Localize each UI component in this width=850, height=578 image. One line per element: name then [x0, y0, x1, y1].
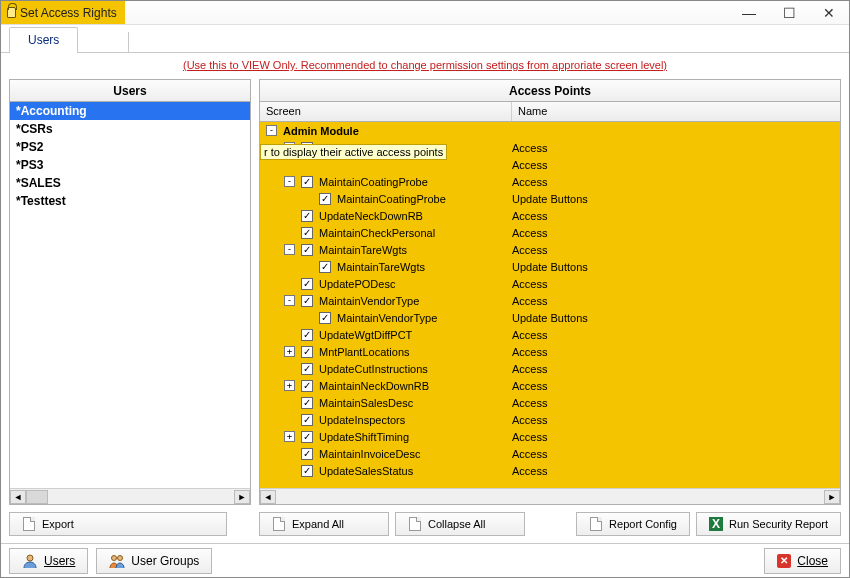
checkbox[interactable]: ✓: [301, 465, 313, 477]
checkbox[interactable]: ✓: [301, 346, 313, 358]
tree-hscroll[interactable]: ◄ ►: [260, 488, 840, 504]
tab-users[interactable]: Users: [9, 27, 78, 53]
users-list-item[interactable]: *PS3: [10, 156, 250, 174]
tree-label: MaintainCoatingProbe: [337, 193, 446, 205]
tree-row[interactable]: ✓MaintainCoatingProbeUpdate Buttons: [260, 190, 840, 207]
scroll-right-icon[interactable]: ►: [824, 490, 840, 504]
tree-label: UpdateInspectors: [319, 414, 405, 426]
footer-users-button[interactable]: Users: [9, 548, 88, 574]
tree-row[interactable]: ✓UpdateWgtDiffPCTAccess: [260, 326, 840, 343]
titlebar: Set Access Rights — ☐ ✕: [1, 1, 849, 25]
scroll-left-icon[interactable]: ◄: [10, 490, 26, 504]
checkbox[interactable]: ✓: [301, 414, 313, 426]
report-config-button[interactable]: Report Config: [576, 512, 690, 536]
tree-row[interactable]: ✓UpdateCutInstructionsAccess: [260, 360, 840, 377]
excel-icon: X: [709, 517, 723, 531]
export-icon: [22, 517, 36, 531]
users-list-item[interactable]: *Testtest: [10, 192, 250, 210]
collapse-icon[interactable]: -: [284, 176, 295, 187]
tree-row[interactable]: +✓UpdateShiftTimingAccess: [260, 428, 840, 445]
users-list-item[interactable]: *PS2: [10, 138, 250, 156]
checkbox[interactable]: ✓: [301, 329, 313, 341]
window: Set Access Rights — ☐ ✕ Users (Use this …: [0, 0, 850, 578]
tree-row[interactable]: +✓MaintainNeckDownRBAccess: [260, 377, 840, 394]
tree-row[interactable]: -Admin Module: [260, 122, 840, 139]
users-icon: [22, 553, 38, 569]
tree-row[interactable]: -✓MaintainTareWgtsAccess: [260, 241, 840, 258]
close-icon: ✕: [777, 554, 791, 568]
tree-label: MntPlantLocations: [319, 346, 410, 358]
checkbox[interactable]: ✓: [319, 193, 331, 205]
footer-user-groups-button[interactable]: User Groups: [96, 548, 212, 574]
tree-value: Access: [512, 244, 547, 256]
scroll-left-icon[interactable]: ◄: [260, 490, 276, 504]
tree-value: Access: [512, 465, 547, 477]
window-title: Set Access Rights: [20, 6, 117, 20]
column-name[interactable]: Name: [512, 102, 840, 121]
collapse-icon[interactable]: -: [284, 295, 295, 306]
collapse-icon: [408, 517, 422, 531]
tree-value: Access: [512, 431, 547, 443]
tree-value: Access: [512, 329, 547, 341]
tree-label: UpdateShiftTiming: [319, 431, 409, 443]
checkbox[interactable]: ✓: [301, 278, 313, 290]
tree-value: Access: [512, 346, 547, 358]
checkbox[interactable]: ✓: [301, 176, 313, 188]
tree-row[interactable]: ✓UpdateInspectorsAccess: [260, 411, 840, 428]
tree-row[interactable]: -✓MaintainVendorTypeAccess: [260, 292, 840, 309]
svg-point-1: [112, 555, 117, 560]
expand-icon: [272, 517, 286, 531]
close-window-button[interactable]: ✕: [809, 1, 849, 24]
checkbox[interactable]: ✓: [301, 210, 313, 222]
checkbox[interactable]: ✓: [319, 312, 331, 324]
access-tree[interactable]: -Admin Module+✓MaintainInspectorsAccessA…: [260, 122, 840, 488]
tree-row[interactable]: ✓UpdateSalesStatusAccess: [260, 462, 840, 479]
checkbox[interactable]: ✓: [301, 227, 313, 239]
expand-icon[interactable]: +: [284, 380, 295, 391]
tree-value: Access: [512, 397, 547, 409]
checkbox[interactable]: ✓: [301, 380, 313, 392]
users-list-item[interactable]: *CSRs: [10, 120, 250, 138]
users-list[interactable]: *Accounting*CSRs*PS2*PS3*SALES*Testtest: [10, 102, 250, 488]
tree-row[interactable]: ✓UpdatePODescAccess: [260, 275, 840, 292]
tree-row[interactable]: ✓MaintainTareWgtsUpdate Buttons: [260, 258, 840, 275]
run-security-report-button[interactable]: X Run Security Report: [696, 512, 841, 536]
tree-row[interactable]: ✓MaintainCheckPersonalAccess: [260, 224, 840, 241]
view-only-hint: (Use this to VIEW Only. Recommended to c…: [9, 59, 841, 75]
users-hscroll[interactable]: ◄ ►: [10, 488, 250, 504]
users-header: Users: [10, 80, 250, 102]
scroll-right-icon[interactable]: ►: [234, 490, 250, 504]
tree-row[interactable]: ✓MaintainVendorTypeUpdate Buttons: [260, 309, 840, 326]
tree-row[interactable]: ✓MaintainSalesDescAccess: [260, 394, 840, 411]
tree-label: MaintainTareWgts: [337, 261, 425, 273]
tree-value: Access: [512, 142, 547, 154]
collapse-all-button[interactable]: Collapse All: [395, 512, 525, 536]
collapse-icon[interactable]: -: [284, 244, 295, 255]
collapse-icon[interactable]: -: [266, 125, 277, 136]
column-screen[interactable]: Screen: [260, 102, 512, 121]
tree-row[interactable]: +✓MntPlantLocationsAccess: [260, 343, 840, 360]
svg-point-0: [27, 555, 33, 561]
tree-row[interactable]: -✓MaintainCoatingProbeAccess: [260, 173, 840, 190]
footer-close-button[interactable]: ✕ Close: [764, 548, 841, 574]
checkbox[interactable]: ✓: [319, 261, 331, 273]
users-list-item[interactable]: *Accounting: [10, 102, 250, 120]
expand-icon[interactable]: +: [284, 346, 295, 357]
tree-row[interactable]: ✓UpdateNeckDownRBAccess: [260, 207, 840, 224]
users-list-item[interactable]: *SALES: [10, 174, 250, 192]
checkbox[interactable]: ✓: [301, 363, 313, 375]
checkbox[interactable]: ✓: [301, 431, 313, 443]
checkbox[interactable]: ✓: [301, 295, 313, 307]
checkbox[interactable]: ✓: [301, 244, 313, 256]
checkbox[interactable]: ✓: [301, 397, 313, 409]
tree-value: Access: [512, 448, 547, 460]
expand-icon[interactable]: +: [284, 431, 295, 442]
scroll-thumb[interactable]: [26, 490, 48, 504]
expand-all-button[interactable]: Expand All: [259, 512, 389, 536]
checkbox[interactable]: ✓: [301, 448, 313, 460]
tree-value: Access: [512, 210, 547, 222]
maximize-button[interactable]: ☐: [769, 1, 809, 24]
minimize-button[interactable]: —: [729, 1, 769, 24]
tree-row[interactable]: ✓MaintainInvoiceDescAccess: [260, 445, 840, 462]
export-button[interactable]: Export: [9, 512, 227, 536]
